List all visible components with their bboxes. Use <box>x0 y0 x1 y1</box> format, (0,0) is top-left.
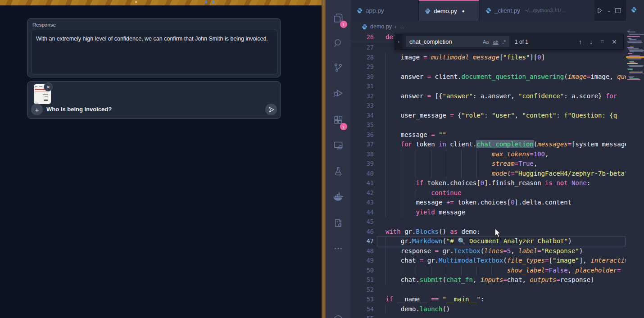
line-number[interactable]: 38 <box>351 150 374 159</box>
breadcrumb-file[interactable]: demo.py <box>370 23 392 30</box>
search-icon[interactable] <box>326 32 351 54</box>
split-editor-icon[interactable] <box>615 7 621 14</box>
code-line-54[interactable]: 54 demo.launch() <box>351 304 626 314</box>
run-dropdown-chevron[interactable]: ⌄ <box>607 8 611 14</box>
code-line-35[interactable]: 35 <box>351 120 626 130</box>
code-editor[interactable]: 26def chat_fn(multimodal_message):2728 i… <box>351 32 626 318</box>
testing-icon[interactable] <box>326 160 351 182</box>
find-toggle-replace-chevron[interactable]: › <box>395 34 402 49</box>
breadcrumb-more[interactable]: … <box>399 23 405 30</box>
line-number[interactable]: 36 <box>351 130 374 140</box>
line-number[interactable]: 30 <box>351 72 374 82</box>
line-number[interactable]: 52 <box>351 285 374 295</box>
docker-icon[interactable] <box>326 186 351 208</box>
line-number[interactable]: 34 <box>351 111 374 121</box>
minimap-line <box>630 46 634 47</box>
breadcrumb[interactable]: demo.py › … <box>351 21 626 32</box>
line-number[interactable]: 32 <box>351 91 374 101</box>
code-line-33[interactable]: 33 <box>351 101 626 111</box>
wallpaper-speck <box>213 1 214 3</box>
chat-question-input[interactable]: Who is being invoiced? <box>46 106 112 113</box>
modified-dot[interactable]: ● <box>462 9 465 14</box>
tab-app-py[interactable]: app.py <box>351 0 418 21</box>
line-number[interactable]: 53 <box>351 295 374 304</box>
line-number[interactable]: 55 <box>351 314 374 318</box>
line-number[interactable]: 46 <box>351 227 374 237</box>
code-line-42[interactable]: 42 continue <box>351 188 626 198</box>
line-number[interactable]: 49 <box>351 256 374 266</box>
match-case-toggle[interactable]: Aa <box>483 39 489 45</box>
code-line-48[interactable]: 48 response = gr.Textbox(lines=5, label=… <box>351 246 626 256</box>
line-number[interactable]: 48 <box>351 246 374 256</box>
find-close-button[interactable]: ✕ <box>612 38 617 45</box>
line-number[interactable]: 41 <box>351 178 374 188</box>
code-line-46[interactable]: 46with gr.Blocks() as demo: <box>351 227 626 237</box>
line-number[interactable]: 35 <box>351 120 374 130</box>
remote-explorer-icon[interactable] <box>326 135 351 156</box>
line-number[interactable]: 27 <box>351 43 374 53</box>
find-next-button[interactable]: ↓ <box>590 38 593 45</box>
code-line-41[interactable]: 41 if token.choices[0].finish_reason is … <box>351 178 626 188</box>
code-line-38[interactable]: 38 max_tokens=100, <box>351 150 626 159</box>
code-line-53[interactable]: 53if __name__ == "__main__": <box>351 295 626 304</box>
find-query-text[interactable]: chat_completion <box>409 38 479 45</box>
line-number[interactable]: 47 <box>351 236 374 246</box>
line-number[interactable]: 37 <box>351 140 374 150</box>
line-number[interactable]: 44 <box>351 208 374 218</box>
line-number[interactable]: 40 <box>351 169 374 179</box>
line-number[interactable]: 42 <box>351 188 374 198</box>
add-attachment-button[interactable]: + <box>31 104 43 115</box>
regex-toggle[interactable]: .* <box>503 39 506 45</box>
tab-demo-py[interactable]: demo.py ● <box>419 0 479 21</box>
run-debug-icon[interactable] <box>326 82 351 104</box>
code-line-47[interactable]: 47 gr.Markdown("# 🔍 Document Analyzer Ch… <box>351 236 626 246</box>
extensions-icon[interactable]: 1 <box>326 109 351 131</box>
tab-label: demo.py <box>434 8 457 14</box>
code-line-50[interactable]: 50 show_label=False, placeholder= <box>351 266 626 276</box>
cpp-tools-icon[interactable] <box>326 212 351 234</box>
code-line-51[interactable]: 51 chat.submit(chat_fn, inputs=chat, out… <box>351 275 626 285</box>
code-line-36[interactable]: 36 message = "" <box>351 130 626 140</box>
response-textarea[interactable]: With an extremely high level of confiden… <box>31 30 278 74</box>
remove-attachment-button[interactable]: ✕ <box>44 82 53 91</box>
code-line-31[interactable]: 31 <box>351 82 626 91</box>
run-button[interactable] <box>596 7 603 14</box>
code-line-49[interactable]: 49 chat = gr.MultimodalTextbox(file_type… <box>351 256 626 266</box>
line-number[interactable]: 39 <box>351 159 374 169</box>
source-control-icon[interactable] <box>326 57 351 78</box>
line-number[interactable]: 28 <box>351 53 374 63</box>
line-number[interactable]: 51 <box>351 275 374 285</box>
line-number[interactable]: 29 <box>351 62 374 72</box>
code-line-40[interactable]: 40 model="HuggingFaceH4/zephyr-7b-beta" <box>351 169 626 179</box>
find-previous-button[interactable]: ↑ <box>579 38 582 45</box>
minimap[interactable] <box>626 21 644 318</box>
explorer-icon[interactable]: 1 <box>326 7 351 29</box>
code-line-43[interactable]: 43 message += token.choices[0].delta.con… <box>351 198 626 208</box>
code-line-45[interactable]: 45 <box>351 217 626 227</box>
line-number[interactable]: 43 <box>351 198 374 208</box>
tab-client-py[interactable]: _client.py ~/.../python3.11/... <box>480 0 605 21</box>
code-line-52[interactable]: 52 <box>351 285 626 295</box>
tab-overflow-sliver[interactable] <box>631 6 637 14</box>
code-line-28[interactable]: 28 image = multimodal_message["files"][0… <box>351 53 626 63</box>
more-items-icon[interactable] <box>326 238 351 259</box>
send-button[interactable] <box>265 104 277 115</box>
line-number[interactable]: 50 <box>351 266 374 276</box>
code-line-37[interactable]: 37 for token in client.chat_completion(m… <box>351 140 626 150</box>
find-input[interactable]: chat_completion Aa ab .* <box>406 36 509 47</box>
code-line-32[interactable]: 32 answer = [{"answer": a.answer, "confi… <box>351 91 626 101</box>
find-in-selection-button[interactable]: ≡ <box>600 38 604 45</box>
whole-word-toggle[interactable]: ab <box>493 39 498 45</box>
code-line-30[interactable]: 30 answer = client.document_question_ans… <box>351 72 626 82</box>
code-line-39[interactable]: 39 stream=True, <box>351 159 626 169</box>
code-line-55[interactable]: 55 <box>351 314 626 318</box>
code-line-44[interactable]: 44 yield message <box>351 208 626 218</box>
line-number[interactable]: 31 <box>351 82 374 91</box>
line-number[interactable]: 33 <box>351 101 374 111</box>
account-icon[interactable] <box>326 309 351 318</box>
code-line-29[interactable]: 29 <box>351 62 626 72</box>
line-number[interactable]: 45 <box>351 217 374 227</box>
line-number[interactable]: 26 <box>351 32 374 42</box>
line-number[interactable]: 54 <box>351 304 374 314</box>
code-line-34[interactable]: 34 user_message = {"role": "user", "cont… <box>351 111 626 121</box>
